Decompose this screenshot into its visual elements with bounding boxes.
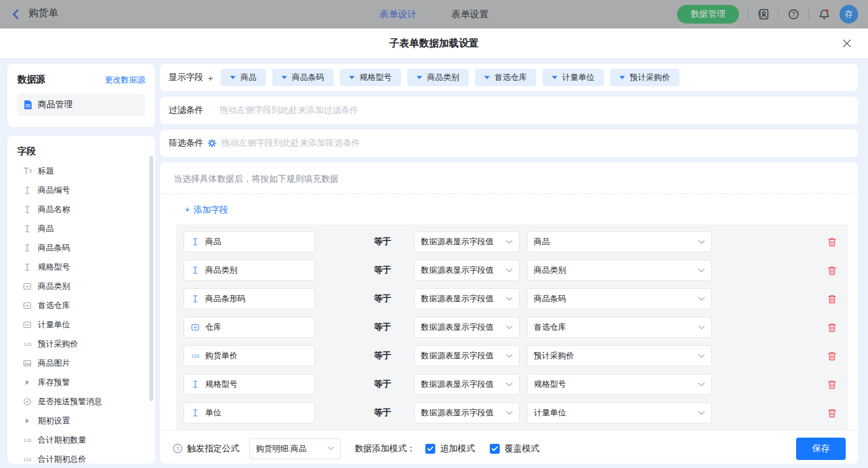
add-field-button[interactable]: + 添加字段: [185, 205, 228, 216]
close-icon[interactable]: [841, 37, 853, 50]
display-field-tag[interactable]: 预计采购价: [610, 69, 680, 86]
checkbox-checked-icon[interactable]: [490, 444, 500, 454]
tag-label: 规格型号: [360, 72, 392, 83]
back-button[interactable]: [10, 8, 22, 20]
filter-condition-card[interactable]: 过滤条件 拖动左侧字段到此处来添加过滤条件: [160, 97, 858, 124]
main-panel: 显示字段 + 商品 商品条码: [160, 64, 858, 464]
data-manage-button[interactable]: 数据管理: [677, 5, 739, 24]
field-list-item[interactable]: 123 标题: [17, 161, 149, 180]
modal-footer: ? 触发指定公式 购货明细.商品 数据添加模式：: [160, 430, 858, 464]
screen-condition-card[interactable]: 筛选条件 拖动左侧字段到此处来添加筛选条件: [160, 130, 858, 157]
datasource-item[interactable]: 商品管理: [17, 94, 145, 116]
field-list-item[interactable]: 123 是否推送预警消息: [17, 392, 149, 411]
add-display-field-button[interactable]: +: [208, 73, 213, 83]
delete-rule-button[interactable]: [827, 294, 837, 304]
rule-target-field[interactable]: 123 商品: [184, 231, 315, 252]
rule-source-select[interactable]: 数据源表显示字段值: [414, 288, 520, 309]
delete-rule-button[interactable]: [827, 351, 837, 361]
delete-rule-button[interactable]: [827, 408, 837, 418]
rule-value-select[interactable]: 规格型号: [527, 374, 712, 395]
rule-target-field[interactable]: 123 购货单价: [184, 345, 315, 366]
delete-rule-button[interactable]: [827, 265, 837, 276]
gear-icon[interactable]: [208, 139, 216, 148]
tab-form-settings[interactable]: 表单设置: [451, 9, 489, 20]
field-label: 库存预警: [38, 377, 70, 388]
rule-target-field[interactable]: 123 商品条形码: [184, 288, 315, 309]
overwrite-mode-label: 覆盖模式: [505, 443, 539, 454]
display-field-tag[interactable]: 商品: [221, 69, 266, 86]
field-list-item[interactable]: 123 预计采购价: [17, 334, 149, 353]
svg-text:123: 123: [24, 438, 32, 443]
rule-target-field[interactable]: 123 仓库: [184, 317, 315, 338]
save-button[interactable]: 保存: [796, 438, 846, 460]
rule-value-select[interactable]: 商品条码: [527, 288, 712, 309]
form-name[interactable]: 购货单: [29, 7, 58, 22]
display-field-tag[interactable]: 商品类别: [407, 69, 469, 86]
field-type-icon: 123: [190, 265, 200, 275]
divider: [748, 9, 748, 19]
field-list-item[interactable]: 123 计量单位: [17, 315, 149, 334]
rule-value-select[interactable]: 商品类别: [527, 260, 712, 281]
rule-value-select[interactable]: 首选仓库: [527, 317, 712, 338]
rule-value-select[interactable]: 计量单位: [527, 402, 712, 423]
fields-section-title: 字段: [17, 146, 36, 156]
help-icon[interactable]: ?: [787, 8, 800, 20]
rule-source-select[interactable]: 数据源表显示字段值: [414, 374, 520, 395]
caret-down-icon: [619, 76, 625, 79]
delete-rule-button[interactable]: [827, 379, 837, 390]
contacts-icon[interactable]: [757, 8, 769, 20]
rule-target-field[interactable]: 123 单位: [184, 402, 315, 423]
field-type-icon: 123: [22, 320, 32, 330]
notification-bell-icon[interactable]: [818, 8, 831, 21]
rule-value-select[interactable]: 预计采购价: [527, 345, 712, 366]
checkbox-checked-icon[interactable]: [425, 444, 435, 454]
rule-source-value: 数据源表显示字段值: [421, 293, 494, 304]
filter-condition-placeholder: 拖动左侧字段到此处来添加过滤条件: [219, 105, 358, 116]
rule-target-field[interactable]: 123 商品类别: [184, 260, 315, 281]
field-label: 合计期初总价: [38, 454, 86, 464]
field-list-item[interactable]: 123 商品条码: [17, 238, 149, 257]
notification-dot: [826, 9, 829, 12]
field-list-item[interactable]: 123 商品编号: [17, 180, 149, 200]
display-field-tag[interactable]: 首选仓库: [475, 69, 536, 86]
field-list-item[interactable]: 123 期初设置: [17, 411, 149, 430]
rule-target-field[interactable]: 123 规格型号: [184, 374, 315, 395]
rule-source-select[interactable]: 数据源表显示字段值: [414, 231, 520, 252]
rule-operator: 等于: [374, 236, 392, 247]
field-list-item[interactable]: 123 库存预警: [17, 373, 149, 392]
delete-rule-button[interactable]: [827, 237, 837, 247]
rule-source-select[interactable]: 数据源表显示字段值: [414, 317, 520, 338]
rule-source-select[interactable]: 数据源表显示字段值: [414, 345, 520, 366]
caret-down-icon: [281, 76, 287, 79]
tab-form-design[interactable]: 表单设计: [379, 9, 417, 20]
field-list-item[interactable]: 123 首选仓库: [17, 296, 149, 315]
rule-value-select[interactable]: 商品: [527, 231, 712, 252]
rule-source-select[interactable]: 数据源表显示字段值: [414, 260, 520, 281]
help-circle-icon[interactable]: ?: [172, 443, 183, 454]
field-list-item[interactable]: 123 商品: [17, 219, 149, 238]
field-list-item[interactable]: 123 规格型号: [17, 257, 149, 276]
rule-source-select[interactable]: 数据源表显示字段值: [414, 402, 520, 423]
trash-icon: [827, 408, 837, 418]
display-field-tag[interactable]: 商品条码: [272, 69, 334, 86]
topbar: 购货单 表单设计 表单设置 数据管理 ?: [0, 0, 868, 29]
field-label: 商品图片: [38, 358, 70, 369]
field-list-item[interactable]: 123 商品图片: [17, 353, 149, 373]
avatar[interactable]: 存: [839, 5, 858, 24]
display-field-tag[interactable]: 规格型号: [340, 69, 401, 86]
rule-value: 商品类别: [534, 265, 566, 276]
change-datasource-link[interactable]: 更改数据源: [105, 74, 145, 86]
field-list-item[interactable]: 123 合计期初总价: [17, 449, 149, 464]
display-field-tag[interactable]: 计量单位: [542, 69, 604, 86]
field-list-item[interactable]: 123 商品名称: [17, 200, 149, 219]
chevron-down-icon: [698, 411, 705, 415]
append-mode-checkbox-group[interactable]: 追加模式: [425, 443, 475, 454]
fields-card: 字段 123: [7, 136, 155, 464]
delete-rule-button[interactable]: [827, 322, 837, 333]
overwrite-mode-checkbox-group[interactable]: 覆盖模式: [490, 443, 539, 454]
rule-operator: 等于: [374, 407, 392, 418]
field-list-item[interactable]: 123 合计期初数量: [17, 430, 149, 449]
fields-scrollbar[interactable]: [149, 156, 153, 401]
field-list-item[interactable]: 123 商品类别: [17, 276, 149, 296]
trigger-formula-select[interactable]: 购货明细.商品: [249, 438, 341, 459]
